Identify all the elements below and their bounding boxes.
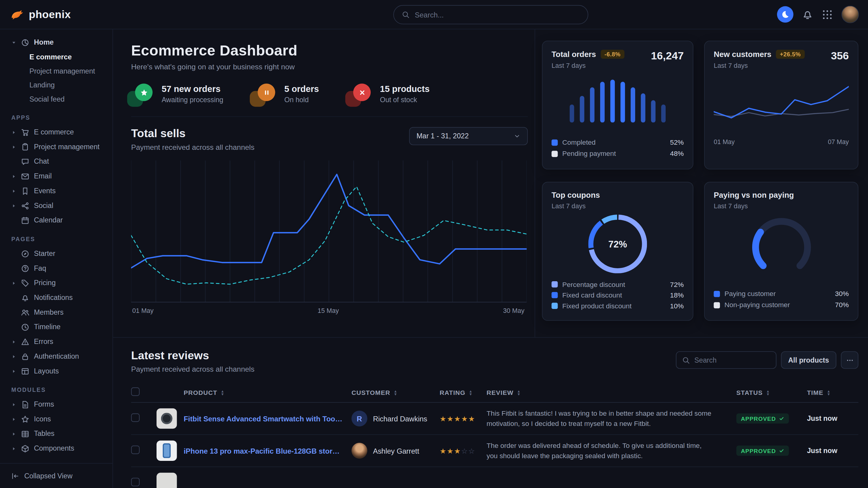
app-root: phoenix HomeE commerceProject management… xyxy=(0,0,868,488)
sidebar-item-tables[interactable]: Tables xyxy=(0,426,113,441)
user-avatar[interactable] xyxy=(841,6,859,23)
row-checkbox[interactable] xyxy=(131,446,140,454)
collapsed-view-label: Collapsed View xyxy=(25,472,73,480)
date-range-select[interactable]: Mar 1 - 31, 2022 xyxy=(409,127,528,145)
card-new-customers: New customers +26.5% Last 7 days 356 01 … xyxy=(704,41,859,169)
sidebar-item-forms[interactable]: Forms xyxy=(0,397,113,412)
sidebar-item-components[interactable]: Components xyxy=(0,441,113,456)
sidebar-section-title: PAGES xyxy=(0,236,113,242)
sidebar-item-landing[interactable]: Landing xyxy=(0,78,113,92)
sidebar-item-e-commerce[interactable]: E commerce xyxy=(0,125,113,139)
apps-grid-button[interactable] xyxy=(822,9,833,20)
legend-label: Fixed product discount xyxy=(562,302,631,310)
column-label: CUSTOMER xyxy=(351,389,390,395)
change-badge: +26.5% xyxy=(776,50,805,59)
legend-value: 52% xyxy=(670,138,684,146)
x-axis-labels: 01 May 15 May 30 May xyxy=(131,304,528,315)
brand[interactable]: phoenix xyxy=(9,7,71,22)
orders-legend: Completed52%Pending payment48% xyxy=(552,132,684,160)
row-checkbox[interactable] xyxy=(131,478,140,486)
reviews-search-input[interactable] xyxy=(694,356,770,364)
card-title: New customers xyxy=(714,50,771,59)
avatar xyxy=(351,443,367,458)
product-link[interactable]: Fitbit Sense Advanced Smartwatch with To… xyxy=(184,414,343,423)
star-icon: ☆ xyxy=(461,446,468,455)
sidebar-item-authentication[interactable]: Authentication xyxy=(0,349,113,364)
mail-icon xyxy=(21,172,29,181)
sidebar-item-calendar[interactable]: Calendar xyxy=(0,213,113,228)
sidebar-section-title: MODULES xyxy=(0,387,113,393)
total-sells-subtitle: Payment received across all channels xyxy=(131,143,254,151)
legend-value: 30% xyxy=(835,290,849,297)
clipboard-icon xyxy=(21,142,29,151)
sidebar-item-email[interactable]: Email xyxy=(0,169,113,184)
layout-icon xyxy=(21,367,29,375)
column-label: PRODUCT xyxy=(184,389,217,395)
chat-icon xyxy=(21,157,29,166)
sort-icon[interactable]: ▲▼ xyxy=(394,389,398,395)
sort-icon[interactable]: ▲▼ xyxy=(469,389,473,395)
sidebar-item-pricing[interactable]: Pricing xyxy=(0,275,113,290)
sidebar-item-members[interactable]: Members xyxy=(0,305,113,320)
legend-swatch xyxy=(552,281,558,288)
legend-row: Paying customer30% xyxy=(714,288,849,299)
sidebar-item-layouts[interactable]: Layouts xyxy=(0,364,113,379)
review-text: The order was delivered ahead of schedul… xyxy=(487,441,736,461)
card-total-orders: Total orders -6.8% Last 7 days 16,247 Co… xyxy=(542,41,693,169)
sidebar-item-errors[interactable]: Errors xyxy=(0,334,113,349)
x-label: 15 May xyxy=(318,307,339,314)
product-thumbnail[interactable] xyxy=(157,473,177,488)
product-link[interactable]: iPhone 13 pro max-Pacific Blue-128GB sto… xyxy=(184,446,343,455)
sidebar-item-faq[interactable]: Faq xyxy=(0,261,113,276)
navbar-actions xyxy=(777,6,859,23)
more-options-button[interactable] xyxy=(841,351,858,369)
sidebar-item-events[interactable]: Events xyxy=(0,184,113,198)
column-label: REVIEW xyxy=(487,389,513,395)
customer-name: Ashley Garrett xyxy=(373,446,419,455)
collapse-icon xyxy=(11,472,19,480)
sort-icon[interactable]: ▲▼ xyxy=(221,389,225,395)
sidebar-item-timeline[interactable]: Timeline xyxy=(0,320,113,334)
product-thumbnail[interactable] xyxy=(157,441,177,461)
legend-swatch xyxy=(552,139,558,145)
sidebar-item-notifications[interactable]: Notifications xyxy=(0,290,113,305)
file-icon xyxy=(21,400,29,409)
select-all-checkbox[interactable] xyxy=(131,387,140,395)
sidebar-item-chat[interactable]: Chat xyxy=(0,154,113,169)
legend-label: Pending payment xyxy=(562,150,616,158)
orders-bar-chart xyxy=(570,77,666,123)
reviews-search[interactable] xyxy=(676,351,776,369)
notifications-button[interactable] xyxy=(802,9,813,20)
collapsed-view-toggle[interactable]: Collapsed View xyxy=(0,463,113,488)
column-label: TIME xyxy=(807,389,824,395)
sidebar-label: Icons xyxy=(34,415,51,423)
product-thumbnail[interactable] xyxy=(157,409,177,429)
sidebar-item-icons[interactable]: Icons xyxy=(0,412,113,426)
legend-swatch xyxy=(552,292,558,298)
new-customers-chart xyxy=(714,79,849,134)
sidebar-item-social[interactable]: Social xyxy=(0,198,113,213)
review-text: This Fitbit is fantastic! I was trying t… xyxy=(487,408,736,429)
column-label: STATUS xyxy=(736,389,763,395)
sidebar-item-project-management[interactable]: Project management xyxy=(0,64,113,78)
all-products-button[interactable]: All products xyxy=(781,351,836,369)
global-search[interactable] xyxy=(393,5,588,24)
sort-icon[interactable]: ▲▼ xyxy=(827,389,831,395)
row-checkbox[interactable] xyxy=(131,414,140,422)
theme-toggle-button[interactable] xyxy=(777,6,793,23)
x-label: 01 May xyxy=(714,138,734,145)
calendar-icon xyxy=(21,216,29,225)
table-row-partial xyxy=(131,467,858,488)
search-input[interactable] xyxy=(415,10,580,19)
box-icon xyxy=(21,444,29,453)
sort-icon[interactable]: ▲▼ xyxy=(517,389,521,395)
sidebar-item-home[interactable]: Home xyxy=(0,35,113,50)
sidebar-item-e-commerce[interactable]: E commerce xyxy=(0,50,113,64)
sidebar-item-starter[interactable]: Starter xyxy=(0,246,113,261)
total-sells-title: Total sells xyxy=(131,127,254,140)
nine-dots-grid-icon xyxy=(822,9,833,20)
sidebar-item-project-management[interactable]: Project management xyxy=(0,139,113,154)
sort-icon[interactable]: ▲▼ xyxy=(766,389,770,395)
avatar: R xyxy=(351,411,367,426)
sidebar-item-social-feed[interactable]: Social feed xyxy=(0,92,113,106)
